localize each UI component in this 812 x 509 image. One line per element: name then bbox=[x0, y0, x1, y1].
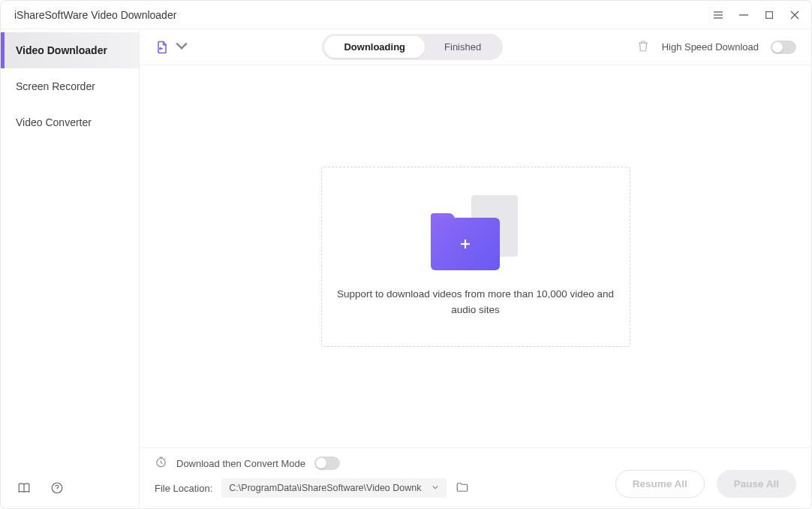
sidebar-item-video-converter[interactable]: Video Converter bbox=[1, 104, 139, 140]
close-icon[interactable] bbox=[789, 9, 801, 21]
tab-label: Downloading bbox=[344, 41, 405, 53]
svg-rect-4 bbox=[766, 11, 773, 18]
button-label: Pause All bbox=[734, 478, 779, 489]
content-area: Support to download videos from more tha… bbox=[140, 65, 811, 447]
toolbar-right: High Speed Download bbox=[636, 39, 796, 56]
chevron-down-icon bbox=[174, 38, 189, 56]
paste-url-button[interactable] bbox=[155, 38, 189, 56]
tab-finished[interactable]: Finished bbox=[425, 36, 501, 58]
bottom-left: Download then Convert Mode File Location… bbox=[155, 456, 469, 498]
high-speed-toggle[interactable] bbox=[771, 41, 796, 54]
main: Downloading Finished High Speed Download bbox=[140, 29, 811, 508]
sidebar-item-screen-recorder[interactable]: Screen Recorder bbox=[1, 68, 139, 104]
folder-illustration bbox=[431, 195, 521, 270]
tab-label: Finished bbox=[444, 41, 481, 53]
sidebar-nav: Video Downloader Screen Recorder Video C… bbox=[1, 29, 139, 140]
maximize-icon[interactable] bbox=[763, 9, 775, 21]
svg-point-9 bbox=[57, 490, 58, 491]
convert-mode-label: Download then Convert Mode bbox=[176, 458, 305, 469]
high-speed-label: High Speed Download bbox=[662, 41, 759, 53]
status-tabs: Downloading Finished bbox=[322, 34, 503, 60]
toolbar: Downloading Finished High Speed Download bbox=[140, 29, 811, 65]
trash-icon[interactable] bbox=[636, 39, 650, 56]
sidebar: Video Downloader Screen Recorder Video C… bbox=[1, 29, 140, 508]
sidebar-item-label: Screen Recorder bbox=[16, 80, 95, 92]
file-location-select[interactable]: C:\ProgramData\iShareSoftware\Video Down… bbox=[221, 478, 447, 498]
clock-icon bbox=[155, 456, 167, 471]
convert-mode-row: Download then Convert Mode bbox=[155, 456, 469, 471]
chevron-down-icon bbox=[432, 483, 439, 493]
title-bar: iShareSoftWare Video Downloader bbox=[1, 1, 811, 29]
resume-all-button[interactable]: Resume All bbox=[615, 470, 705, 498]
dropzone-text: Support to download videos from more tha… bbox=[337, 287, 615, 318]
sidebar-bottom bbox=[1, 468, 139, 508]
app-window: iShareSoftWare Video Downloader Video Do… bbox=[0, 0, 812, 509]
window-controls bbox=[712, 9, 801, 21]
menu-icon[interactable] bbox=[712, 9, 724, 21]
file-location-value: C:\ProgramData\iShareSoftware\Video Down… bbox=[229, 483, 421, 493]
book-icon[interactable] bbox=[17, 481, 31, 495]
app-body: Video Downloader Screen Recorder Video C… bbox=[1, 29, 811, 508]
sidebar-item-label: Video Converter bbox=[16, 116, 92, 128]
tab-downloading[interactable]: Downloading bbox=[324, 36, 425, 58]
bottom-right: Resume All Pause All bbox=[615, 470, 796, 498]
folder-plus-icon bbox=[431, 218, 500, 270]
help-icon[interactable] bbox=[50, 481, 64, 495]
bottom-bar: Download then Convert Mode File Location… bbox=[140, 447, 811, 508]
app-title: iShareSoftWare Video Downloader bbox=[14, 9, 176, 21]
file-location-label: File Location: bbox=[155, 483, 212, 494]
open-folder-icon[interactable] bbox=[456, 480, 469, 496]
button-label: Resume All bbox=[633, 478, 687, 489]
minimize-icon[interactable] bbox=[738, 9, 750, 21]
dropzone[interactable]: Support to download videos from more tha… bbox=[321, 167, 630, 347]
pause-all-button[interactable]: Pause All bbox=[717, 470, 796, 498]
file-location-row: File Location: C:\ProgramData\iShareSoft… bbox=[155, 478, 469, 498]
sidebar-item-label: Video Downloader bbox=[16, 44, 107, 56]
sidebar-item-video-downloader[interactable]: Video Downloader bbox=[1, 32, 139, 68]
convert-mode-toggle[interactable] bbox=[314, 456, 340, 470]
